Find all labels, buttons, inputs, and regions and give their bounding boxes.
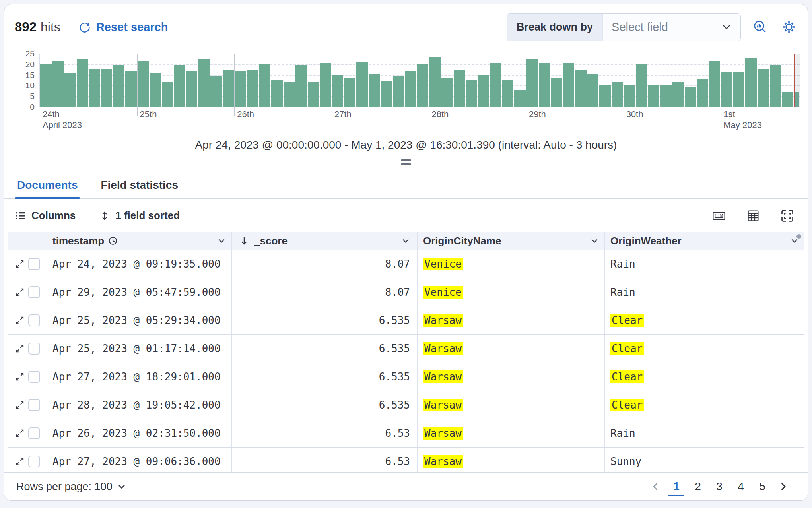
histogram-bar[interactable] bbox=[381, 81, 392, 107]
header-origin-city[interactable]: OriginCityName bbox=[418, 232, 605, 250]
rows-per-page-button[interactable]: Rows per page: 100 bbox=[16, 481, 126, 493]
histogram-bar[interactable] bbox=[563, 63, 575, 107]
histogram-bar[interactable] bbox=[466, 80, 477, 107]
histogram-bar[interactable] bbox=[441, 78, 453, 107]
tab-field-statistics[interactable]: Field statistics bbox=[98, 179, 181, 198]
columns-button[interactable]: Columns bbox=[16, 209, 76, 222]
histogram-bar[interactable] bbox=[64, 73, 76, 107]
histogram-bar[interactable] bbox=[697, 79, 708, 107]
histogram-bar[interactable] bbox=[344, 78, 355, 107]
histogram-bar[interactable] bbox=[223, 70, 234, 107]
scrollbar-thumb[interactable] bbox=[796, 234, 801, 239]
histogram-bar[interactable] bbox=[186, 71, 198, 107]
expand-row-icon[interactable] bbox=[15, 429, 25, 438]
row-checkbox[interactable] bbox=[28, 427, 40, 439]
page-button-1[interactable]: 1 bbox=[668, 477, 684, 496]
histogram-bar[interactable] bbox=[526, 59, 538, 107]
histogram-bar[interactable] bbox=[502, 80, 514, 107]
histogram-bar[interactable] bbox=[624, 85, 635, 107]
histogram-bar[interactable] bbox=[356, 62, 368, 107]
histogram-bar[interactable] bbox=[393, 76, 404, 107]
page-button-3[interactable]: 3 bbox=[711, 477, 727, 496]
row-checkbox[interactable] bbox=[28, 258, 40, 270]
expand-row-icon[interactable] bbox=[15, 457, 25, 466]
histogram-bar[interactable] bbox=[113, 65, 124, 107]
histogram-bar[interactable] bbox=[369, 74, 380, 107]
histogram-bar[interactable] bbox=[259, 64, 270, 107]
expand-row-icon[interactable] bbox=[15, 316, 25, 325]
page-button-2[interactable]: 2 bbox=[690, 477, 706, 496]
histogram-bar[interactable] bbox=[295, 65, 307, 107]
histogram-bar[interactable] bbox=[721, 72, 732, 107]
expand-row-icon[interactable] bbox=[15, 287, 25, 297]
tab-documents[interactable]: Documents bbox=[15, 179, 80, 198]
expand-row-icon[interactable] bbox=[15, 372, 25, 382]
histogram-bar[interactable] bbox=[332, 75, 344, 107]
row-checkbox[interactable] bbox=[28, 286, 40, 298]
histogram-bar[interactable] bbox=[648, 85, 660, 107]
header-timestamp[interactable]: timestamp bbox=[47, 232, 232, 250]
histogram-bar[interactable] bbox=[599, 85, 611, 107]
histogram-bar[interactable] bbox=[247, 70, 258, 107]
expand-row-icon[interactable] bbox=[15, 400, 25, 410]
histogram-bar[interactable] bbox=[733, 72, 745, 107]
inspect-icon[interactable] bbox=[751, 18, 769, 36]
histogram-bar[interactable] bbox=[210, 76, 222, 107]
row-checkbox[interactable] bbox=[28, 343, 40, 355]
row-checkbox[interactable] bbox=[28, 456, 40, 467]
expand-row-icon[interactable] bbox=[15, 259, 25, 269]
histogram-bar[interactable] bbox=[52, 61, 64, 107]
histogram-bar[interactable] bbox=[660, 85, 672, 107]
histogram-bar[interactable] bbox=[89, 69, 100, 107]
histogram-bar[interactable] bbox=[198, 59, 210, 107]
row-checkbox[interactable] bbox=[28, 314, 40, 326]
histogram-bar[interactable] bbox=[685, 87, 696, 107]
gear-icon[interactable] bbox=[780, 18, 798, 36]
histogram-bar[interactable] bbox=[417, 64, 429, 107]
histogram-bar[interactable] bbox=[405, 71, 416, 107]
histogram-bar[interactable] bbox=[454, 70, 465, 107]
histogram-bar[interactable] bbox=[758, 69, 769, 107]
histogram-bar[interactable] bbox=[138, 61, 149, 107]
page-button-4[interactable]: 4 bbox=[733, 477, 749, 496]
page-button-5[interactable]: 5 bbox=[754, 477, 770, 496]
histogram-bar[interactable] bbox=[284, 82, 295, 107]
histogram-bar[interactable] bbox=[320, 63, 331, 107]
row-checkbox[interactable] bbox=[28, 371, 40, 383]
histogram-bar[interactable] bbox=[162, 82, 173, 107]
histogram-bar[interactable] bbox=[429, 57, 441, 107]
histogram-bar[interactable] bbox=[709, 61, 721, 107]
histogram-bar[interactable] bbox=[125, 71, 137, 107]
histogram-bar[interactable] bbox=[672, 82, 684, 107]
next-page-icon[interactable] bbox=[776, 477, 790, 496]
histogram-bar[interactable] bbox=[40, 64, 52, 107]
histogram-bar[interactable] bbox=[575, 70, 587, 107]
histogram-bar[interactable] bbox=[782, 92, 793, 107]
breakdown-field-select[interactable]: Select field bbox=[603, 14, 740, 41]
reset-search-button[interactable]: Reset search bbox=[79, 21, 168, 34]
histogram-bar[interactable] bbox=[587, 74, 599, 107]
histogram-bar[interactable] bbox=[150, 73, 161, 107]
previous-page-icon[interactable] bbox=[649, 477, 663, 496]
histogram-bar[interactable] bbox=[514, 90, 526, 107]
histogram-bar[interactable] bbox=[612, 82, 623, 107]
display-options-table-icon[interactable] bbox=[744, 207, 762, 225]
row-checkbox[interactable] bbox=[28, 399, 40, 411]
histogram-bar[interactable] bbox=[745, 58, 757, 107]
header-score[interactable]: _score bbox=[232, 232, 418, 250]
histogram-bar[interactable] bbox=[308, 82, 319, 107]
histogram-bar[interactable] bbox=[174, 65, 185, 107]
histogram-bar[interactable] bbox=[478, 75, 490, 107]
histogram-bar[interactable] bbox=[235, 71, 246, 107]
sort-fields-button[interactable]: 1 field sorted bbox=[99, 209, 180, 222]
histogram-bar[interactable] bbox=[770, 65, 781, 107]
resize-handle[interactable] bbox=[4, 159, 808, 165]
histogram-bar[interactable] bbox=[490, 63, 501, 107]
histogram-bar[interactable] bbox=[539, 63, 550, 107]
histogram-bar[interactable] bbox=[636, 64, 647, 107]
keyboard-icon[interactable] bbox=[710, 207, 728, 225]
histogram-bar[interactable] bbox=[77, 59, 88, 107]
expand-row-icon[interactable] bbox=[15, 344, 25, 353]
histogram-bar[interactable] bbox=[271, 80, 283, 107]
histogram-bar[interactable] bbox=[101, 69, 113, 107]
